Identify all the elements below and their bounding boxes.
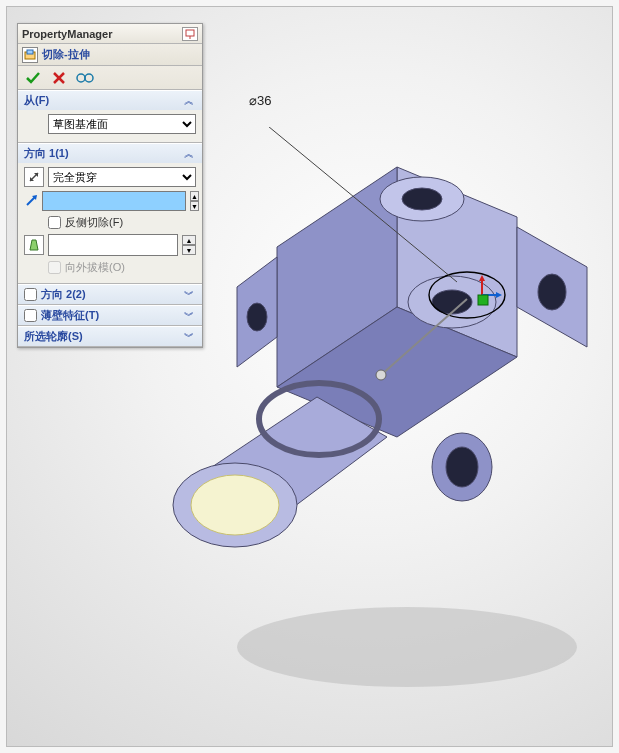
direction-spinner: ▲ ▼ — [190, 191, 199, 211]
svg-line-39 — [27, 197, 35, 205]
section-selected-contours: 所选轮廓(S) ︾ — [18, 326, 202, 347]
chevron-up-icon: ︽ — [182, 147, 196, 161]
from-condition-select[interactable]: 草图基准面 — [48, 114, 196, 134]
pm-titlebar: PropertyManager — [18, 24, 202, 44]
section-contours-header[interactable]: 所选轮廓(S) ︾ — [18, 326, 202, 346]
draft-angle-field[interactable] — [48, 234, 178, 256]
chevron-down-icon: ︾ — [182, 288, 196, 302]
draft-icon[interactable] — [24, 235, 44, 255]
section-thin-feature: 薄壁特征(T) ︾ — [18, 305, 202, 326]
draft-outward-checkbox-row: 向外拔模(O) — [24, 260, 196, 275]
svg-point-33 — [77, 74, 85, 82]
cancel-button[interactable] — [50, 69, 68, 87]
property-manager-panel: PropertyManager 切除-拉伸 — [17, 23, 203, 348]
dimension-label[interactable]: ⌀36 — [249, 93, 271, 108]
svg-point-13 — [446, 447, 478, 487]
section-direction1-label: 方向 1(1) — [24, 146, 69, 161]
svg-rect-30 — [27, 50, 33, 54]
section-direction1-header[interactable]: 方向 1(1) ︽ — [18, 143, 202, 163]
thin-feature-enable-checkbox[interactable] — [24, 309, 37, 322]
section-contours-label: 所选轮廓(S) — [24, 329, 83, 344]
reverse-direction-button[interactable] — [24, 167, 44, 187]
section-direction1: 方向 1(1) ︽ 完全贯穿 — [18, 143, 202, 284]
svg-rect-27 — [186, 30, 194, 36]
section-from-label: 从(F) — [24, 93, 49, 108]
pm-title-text: PropertyManager — [22, 24, 112, 44]
detailed-preview-button[interactable] — [76, 69, 94, 87]
model-preview — [157, 127, 597, 697]
chevron-down-icon: ︾ — [182, 309, 196, 323]
draft-spinner: ▲ ▼ — [182, 235, 196, 255]
svg-marker-41 — [30, 240, 38, 250]
svg-point-16 — [191, 475, 279, 535]
svg-point-0 — [237, 607, 577, 687]
svg-point-9 — [402, 188, 442, 210]
spin-down-button[interactable]: ▼ — [182, 245, 196, 255]
section-direction2-header[interactable]: 方向 2(2) ︾ — [18, 284, 202, 304]
spin-up-button[interactable]: ▲ — [190, 191, 199, 201]
section-from: 从(F) ︽ 草图基准面 — [18, 90, 202, 143]
graphics-viewport[interactable]: ⌀36 PropertyManager 切除-拉伸 — [6, 6, 613, 747]
spin-up-button[interactable]: ▲ — [182, 235, 196, 245]
flip-side-checkbox-row[interactable]: 反侧切除(F) — [24, 215, 196, 230]
section-thin-header[interactable]: 薄壁特征(T) ︾ — [18, 305, 202, 325]
section-from-header[interactable]: 从(F) ︽ — [18, 90, 202, 110]
svg-point-5 — [538, 274, 566, 310]
section-direction2: 方向 2(2) ︾ — [18, 284, 202, 305]
svg-point-21 — [376, 370, 386, 380]
flip-side-label: 反侧切除(F) — [65, 215, 123, 230]
direction-arrow-icon — [24, 191, 38, 211]
section-thin-label: 薄壁特征(T) — [41, 308, 99, 323]
chevron-down-icon: ︾ — [182, 330, 196, 344]
chevron-up-icon: ︽ — [182, 94, 196, 108]
draft-outward-checkbox — [48, 261, 61, 274]
direction-vector-field[interactable] — [42, 191, 186, 211]
ok-button[interactable] — [24, 69, 42, 87]
direction2-enable-checkbox[interactable] — [24, 288, 37, 301]
pin-button[interactable] — [182, 27, 198, 41]
flip-side-checkbox[interactable] — [48, 216, 61, 229]
svg-point-34 — [85, 74, 93, 82]
spin-down-button[interactable]: ▼ — [190, 201, 199, 211]
end-condition-select[interactable]: 完全贯穿 — [48, 167, 196, 187]
svg-point-7 — [247, 303, 267, 331]
feature-name: 切除-拉伸 — [42, 47, 90, 62]
action-row — [18, 66, 202, 90]
feature-header: 切除-拉伸 — [18, 44, 202, 66]
cut-extrude-icon — [22, 47, 38, 63]
draft-outward-label: 向外拔模(O) — [65, 260, 125, 275]
section-direction2-label: 方向 2(2) — [41, 287, 86, 302]
